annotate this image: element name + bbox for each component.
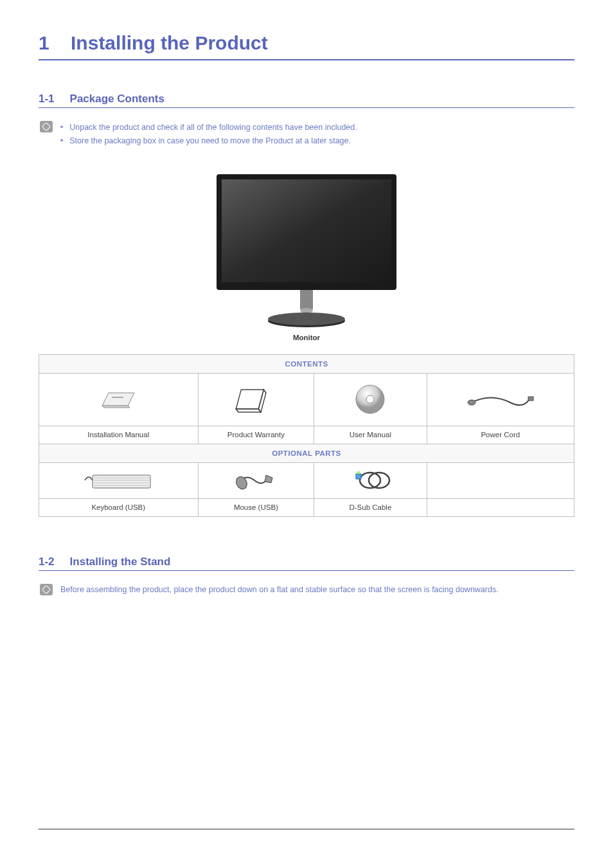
svg-point-4 bbox=[300, 308, 313, 313]
svg-rect-2 bbox=[222, 179, 391, 282]
optional-item-1: Keyboard (USB) bbox=[39, 498, 199, 516]
note-block-1: • Unpack the product and check if all of… bbox=[39, 121, 574, 149]
svg-point-6 bbox=[268, 312, 345, 325]
user-manual-image bbox=[314, 373, 427, 426]
dsub-cable-image bbox=[314, 462, 427, 498]
note-item-2: • Store the packaging box in case you ne… bbox=[60, 134, 357, 148]
optional-item-2: Mouse (USB) bbox=[198, 498, 314, 516]
section-1-1-number: 1-1 bbox=[39, 93, 55, 105]
svg-marker-8 bbox=[102, 406, 130, 408]
svg-point-14 bbox=[366, 395, 374, 403]
monitor-illustration bbox=[197, 168, 416, 329]
bullet-icon: • bbox=[60, 121, 63, 134]
svg-rect-26 bbox=[357, 471, 360, 474]
installation-manual-image bbox=[39, 373, 199, 426]
optional-empty-image bbox=[427, 462, 574, 498]
svg-point-15 bbox=[468, 400, 475, 405]
note-text-2: Store the packaging box in case you need… bbox=[69, 134, 351, 148]
optional-item-3: D-Sub Cable bbox=[314, 498, 427, 516]
svg-point-24 bbox=[369, 473, 389, 488]
footer-rule bbox=[39, 829, 574, 829]
monitor-label: Monitor bbox=[39, 334, 574, 341]
optional-header: OPTIONAL PARTS bbox=[39, 444, 574, 462]
svg-rect-17 bbox=[93, 475, 150, 488]
svg-rect-16 bbox=[528, 397, 533, 401]
product-warranty-image bbox=[198, 373, 314, 426]
note-icon bbox=[40, 584, 53, 595]
chapter-number: 1 bbox=[39, 32, 49, 53]
svg-point-23 bbox=[360, 473, 380, 488]
section-1-2-number: 1-2 bbox=[39, 556, 55, 568]
power-cord-image bbox=[427, 373, 574, 426]
svg-rect-25 bbox=[356, 474, 361, 479]
section-1-2-title: Installing the Stand bbox=[70, 556, 171, 568]
svg-marker-7 bbox=[102, 393, 134, 406]
contents-item-3: User Manual bbox=[314, 426, 427, 444]
chapter-title: 1 Installing the Product bbox=[39, 32, 574, 60]
section-1-1-title: Package Contents bbox=[70, 93, 164, 105]
section-1-1-header: 1-1 Package Contents bbox=[39, 93, 574, 108]
note-text-1: Unpack the product and check if all of t… bbox=[69, 121, 357, 134]
contents-item-2: Product Warranty bbox=[198, 426, 314, 444]
note-icon bbox=[40, 121, 53, 132]
optional-item-4 bbox=[427, 498, 574, 516]
contents-table: CONTENTS bbox=[39, 354, 574, 517]
monitor-figure: Monitor bbox=[39, 168, 574, 341]
svg-rect-3 bbox=[300, 290, 313, 309]
note-item-1: • Unpack the product and check if all of… bbox=[60, 121, 357, 134]
contents-item-4: Power Cord bbox=[427, 426, 574, 444]
mouse-image bbox=[198, 462, 314, 498]
section-1-2-header: 1-2 Installing the Stand bbox=[39, 556, 574, 571]
contents-header: CONTENTS bbox=[39, 354, 574, 373]
section-1-2-note: Before assembling the product, place the… bbox=[60, 584, 499, 596]
svg-marker-12 bbox=[235, 409, 262, 412]
chapter-title-text: Installing the Product bbox=[71, 32, 268, 53]
keyboard-image bbox=[39, 462, 199, 498]
note-block-2: Before assembling the product, place the… bbox=[39, 584, 574, 596]
bullet-icon: • bbox=[60, 134, 63, 147]
note-list: • Unpack the product and check if all of… bbox=[60, 121, 357, 149]
contents-item-1: Installation Manual bbox=[39, 426, 199, 444]
